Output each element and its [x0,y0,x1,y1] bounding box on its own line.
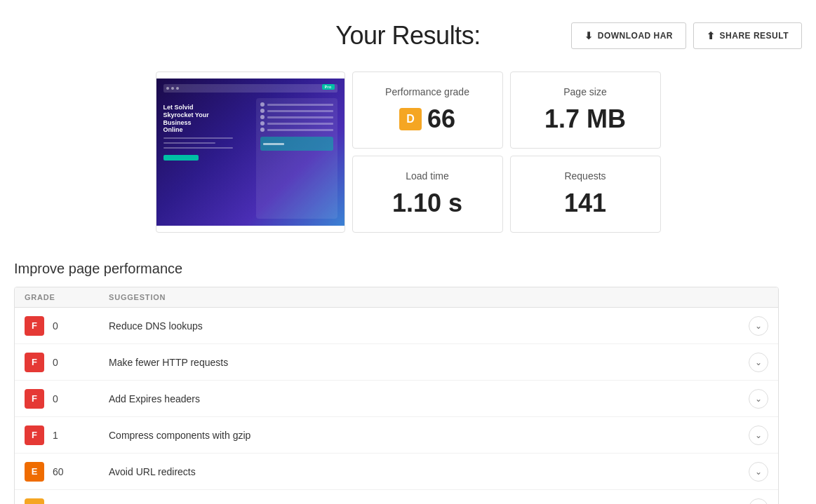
table-row: F 1 Compress components with gzip ⌄ [15,417,778,454]
page-title: Your Results: [335,21,480,50]
grade-cell: F 0 [25,389,109,409]
grade-cell: C 80 [25,498,109,505]
requests-card: Requests 141 [510,156,661,233]
table-row: E 60 Avoid URL redirects ⌄ [15,454,778,490]
screenshot-card: Pro Let SolvidSkyrocket YourBusinessOnli… [156,71,345,233]
performance-section: Improve page performance GRADE SUGGESTIO… [14,261,802,504]
share-result-button[interactable]: ⬆ SHARE RESULT [693,22,802,49]
table-body: F 0 Reduce DNS lookups ⌄ F 0 Make fewer … [15,308,778,504]
expand-row-button[interactable]: ⌄ [749,425,768,445]
performance-grade-card: Performance grade D 66 [352,71,503,149]
grade-column-header: GRADE [25,293,109,301]
suggestion-text: Reduce DNS lookups [109,320,740,332]
grade-score: 0 [53,357,58,368]
grade-cell: F 0 [25,353,109,372]
grade-pill: F [25,425,44,445]
grade-letter-badge: D [399,108,422,130]
grade-cell: E 60 [25,462,109,482]
requests-label: Requests [564,170,606,182]
grade-cell: F 0 [25,316,109,336]
suggestion-text: Compress components with gzip [109,430,740,441]
grade-score: 0 [53,393,58,404]
page-size-value: 1.7 MB [544,104,626,134]
grade-score: 1 [53,430,58,441]
grade-cell: F 1 [25,425,109,445]
performance-grade-label: Performance grade [385,86,469,97]
page-header: Your Results: ⬇ DOWNLOAD HAR ⬆ SHARE RES… [14,21,802,50]
load-time-card: Load time 1.10 s [352,156,503,233]
table-row: C 80 Use cookie-free domains ⌄ [15,490,778,504]
grade-pill: C [25,498,44,505]
suggestion-text: Avoid URL redirects [109,466,740,477]
load-time-label: Load time [406,170,448,182]
download-icon: ⬇ [584,30,594,41]
page-size-card: Page size 1.7 MB [510,71,661,149]
grade-pill: F [25,353,44,372]
grade-pill: F [25,389,44,409]
grade-number: 66 [427,104,455,134]
performance-grade-value: D 66 [399,104,455,134]
download-har-button[interactable]: ⬇ DOWNLOAD HAR [571,22,686,49]
share-icon: ⬆ [707,30,716,41]
suggestion-text: Add Expires headers [109,393,740,404]
load-time-value: 1.10 s [392,189,462,218]
table-row: F 0 Add Expires headers ⌄ [15,381,778,417]
grade-score: 60 [53,466,64,477]
suggestion-column-header: SUGGESTION [109,293,768,301]
suggestion-text: Make fewer HTTP requests [109,357,740,368]
performance-table: GRADE SUGGESTION F 0 Reduce DNS lookups … [14,287,779,504]
expand-row-button[interactable]: ⌄ [749,389,768,409]
screenshot-image: Pro Let SolvidSkyrocket YourBusinessOnli… [156,79,345,226]
table-row: F 0 Make fewer HTTP requests ⌄ [15,344,778,381]
table-row: F 0 Reduce DNS lookups ⌄ [15,308,778,344]
results-grid: Pro Let SolvidSkyrocket YourBusinessOnli… [156,71,661,233]
grade-pill: F [25,316,44,336]
section-title: Improve page performance [14,261,802,277]
expand-row-button[interactable]: ⌄ [749,462,768,482]
requests-value: 141 [564,189,606,218]
expand-row-button[interactable]: ⌄ [749,498,768,505]
table-header: GRADE SUGGESTION [15,287,778,308]
grade-pill: E [25,462,44,482]
grade-score: 0 [53,320,58,332]
expand-row-button[interactable]: ⌄ [749,316,768,336]
expand-row-button[interactable]: ⌄ [749,353,768,372]
page-size-label: Page size [563,86,606,97]
header-buttons: ⬇ DOWNLOAD HAR ⬆ SHARE RESULT [571,22,802,49]
